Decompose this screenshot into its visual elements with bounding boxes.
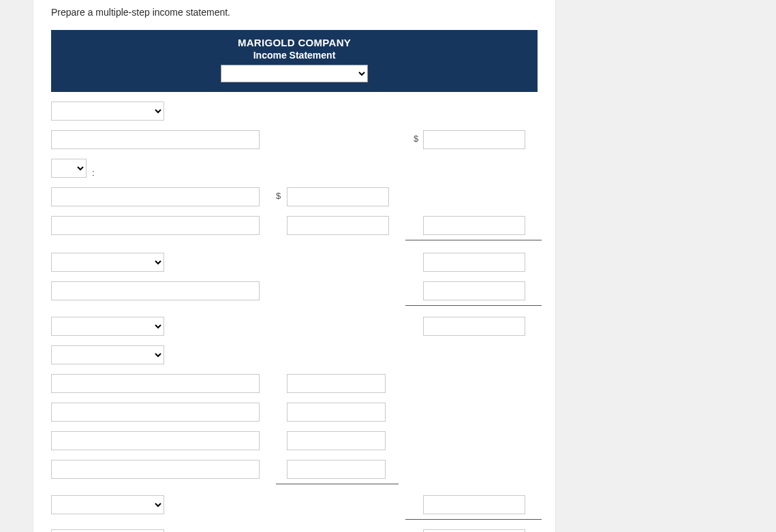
row15-right-input[interactable] <box>423 529 525 532</box>
row13-mid-input[interactable] <box>287 460 386 479</box>
row12-label-input[interactable] <box>51 431 260 450</box>
row13-label-input[interactable] <box>51 460 260 479</box>
row15-select[interactable] <box>51 529 164 532</box>
row14-right-input[interactable] <box>423 495 525 514</box>
period-select[interactable] <box>221 65 368 82</box>
row5-right-input[interactable] <box>423 216 525 235</box>
row11-mid-input[interactable] <box>287 403 386 422</box>
row-12 <box>51 431 538 452</box>
row-10 <box>51 374 538 394</box>
row2-amount-input[interactable] <box>423 130 525 149</box>
row7-label-input[interactable] <box>51 281 260 300</box>
form-rows: $ : $ <box>51 101 538 532</box>
statement-header: MARIGOLD COMPANY Income Statement <box>51 30 538 92</box>
row2-label-input[interactable] <box>51 130 260 149</box>
row10-label-input[interactable] <box>51 374 260 393</box>
row5-mid-input[interactable] <box>287 216 389 235</box>
row14-select[interactable] <box>51 495 164 514</box>
colon: : <box>92 168 95 178</box>
row-6 <box>51 253 538 273</box>
row-3: : <box>51 159 538 179</box>
row11-label-input[interactable] <box>51 403 260 422</box>
row8-right-input[interactable] <box>423 317 525 336</box>
row6-right-input[interactable] <box>423 253 525 272</box>
row12-mid-input[interactable] <box>287 431 386 450</box>
row7-right-input[interactable] <box>423 281 525 300</box>
dollar-sign: $ <box>414 134 418 144</box>
row-13 <box>51 460 538 480</box>
row4-mid-input[interactable] <box>287 187 389 206</box>
row9-select[interactable] <box>51 345 164 364</box>
row-5 <box>51 216 538 236</box>
row-7 <box>51 281 538 302</box>
statement-title: Income Statement <box>51 50 538 61</box>
row-11 <box>51 403 538 423</box>
dollar-sign: $ <box>276 191 281 201</box>
row-8 <box>51 317 538 337</box>
row4-label-input[interactable] <box>51 187 260 206</box>
row-4: $ <box>51 187 538 208</box>
row6-select[interactable] <box>51 253 164 272</box>
row5-label-input[interactable] <box>51 216 260 235</box>
instruction-text: Prepare a multiple-step income statement… <box>51 7 538 18</box>
row-1 <box>51 101 538 122</box>
row3-select[interactable] <box>51 159 87 178</box>
row1-select[interactable] <box>51 101 164 121</box>
company-name: MARIGOLD COMPANY <box>51 37 538 48</box>
row-14 <box>51 495 538 516</box>
row8-select[interactable] <box>51 317 164 336</box>
row-9 <box>51 345 538 366</box>
content-card: Prepare a multiple-step income statement… <box>33 0 556 532</box>
row-2: $ <box>51 130 538 151</box>
row10-mid-input[interactable] <box>287 374 386 393</box>
row-15: $ <box>51 529 538 532</box>
page: Prepare a multiple-step income statement… <box>0 0 776 532</box>
